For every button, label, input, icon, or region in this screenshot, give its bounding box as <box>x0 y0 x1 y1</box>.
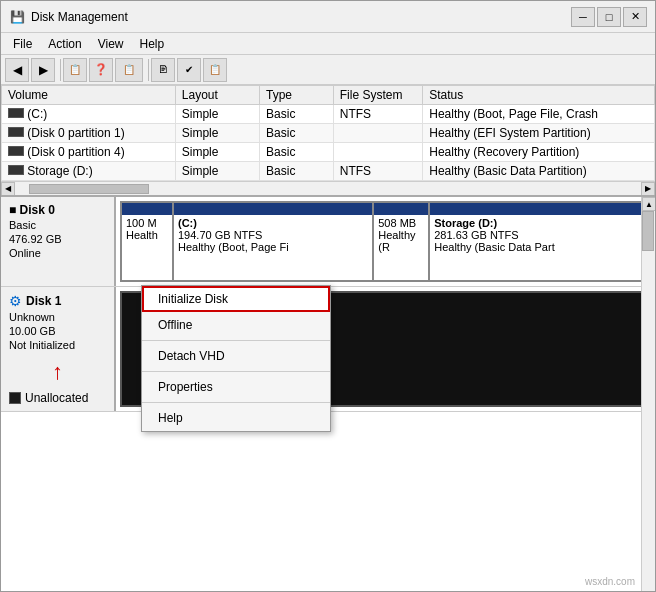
scroll-left-arrow[interactable]: ◀ <box>1 182 15 196</box>
disk-0-partition-c[interactable]: (C:) 194.70 GB NTFS Healthy (Boot, Page … <box>174 203 374 280</box>
table-row[interactable]: (Disk 0 partition 1) Simple Basic Health… <box>2 124 655 143</box>
menu-action[interactable]: Action <box>40 35 89 53</box>
toolbar-separator-1 <box>57 59 61 81</box>
table-row[interactable]: (C:) Simple Basic NTFS Healthy (Boot, Pa… <box>2 105 655 124</box>
help-button[interactable]: ❓ <box>89 58 113 82</box>
menu-help[interactable]: Help <box>132 35 173 53</box>
disk-0-partition-3[interactable]: 508 MB Healthy (R <box>374 203 430 280</box>
extra-button[interactable]: 📋 <box>203 58 227 82</box>
scroll-track[interactable] <box>29 184 627 194</box>
toolbar: ◀ ▶ 📋 ❓ 📋 🖹 ✔ 📋 <box>1 55 655 85</box>
partition-c-label: (C:) <box>178 217 368 229</box>
watermark: wsxdn.com <box>585 576 635 587</box>
drive-icon <box>8 146 24 156</box>
window-title: Disk Management <box>31 10 571 24</box>
cell-layout: Simple <box>175 105 259 124</box>
partition-d-label: Storage (D:) <box>434 217 645 229</box>
cell-layout: Simple <box>175 143 259 162</box>
close-button[interactable]: ✕ <box>623 7 647 27</box>
ctx-initialize-disk[interactable]: Initialize Disk <box>142 286 330 312</box>
disk-1-name: Disk 1 <box>26 294 61 308</box>
cell-volume: (Disk 0 partition 4) <box>2 143 176 162</box>
volume-table: Volume Layout Type File System Status (C… <box>1 85 655 181</box>
ctx-separator <box>142 340 330 341</box>
drive-icon <box>8 165 24 175</box>
cell-fs <box>333 124 423 143</box>
ctx-help[interactable]: Help <box>142 405 330 431</box>
partition-d-status: Healthy (Basic Data Part <box>434 241 645 253</box>
cell-status: Healthy (Recovery Partition) <box>423 143 655 162</box>
partition-c-size: 194.70 GB NTFS <box>178 229 368 241</box>
maximize-button[interactable]: □ <box>597 7 621 27</box>
col-header-fs: File System <box>333 86 423 105</box>
disk-1-type: Unknown <box>9 311 106 323</box>
vscroll-thumb[interactable] <box>642 211 654 251</box>
menu-file[interactable]: File <box>5 35 40 53</box>
ctx-properties[interactable]: Properties <box>142 374 330 400</box>
unalloc-label: Unallocated <box>25 391 88 405</box>
check-button[interactable]: ✔ <box>177 58 201 82</box>
cell-layout: Simple <box>175 162 259 181</box>
cell-volume: (Disk 0 partition 1) <box>2 124 176 143</box>
partition-3-size: 508 MB <box>378 217 424 229</box>
ctx-offline[interactable]: Offline <box>142 312 330 338</box>
cell-status: Healthy (Basic Data Partition) <box>423 162 655 181</box>
cell-status: Healthy (Boot, Page File, Crash <box>423 105 655 124</box>
disk-0-partition-1[interactable]: 100 M Health <box>122 203 174 280</box>
cell-type: Basic <box>260 105 334 124</box>
vscroll-up-arrow[interactable]: ▲ <box>642 197 655 211</box>
cell-fs: NTFS <box>333 105 423 124</box>
unallocated-legend: Unallocated <box>9 391 106 405</box>
col-header-type: Type <box>260 86 334 105</box>
disk-graphical-area: ■ Disk 0 Basic 476.92 GB Online 100 M He… <box>1 197 655 591</box>
cell-volume: (C:) <box>2 105 176 124</box>
col-header-volume: Volume <box>2 86 176 105</box>
toolbar-separator-2 <box>145 59 149 81</box>
properties-button[interactable]: 📋 <box>63 58 87 82</box>
horizontal-scrollbar[interactable]: ◀ ▶ <box>1 181 655 195</box>
disk-0-status: Online <box>9 247 106 259</box>
partition-c-header <box>174 203 372 215</box>
disk-0-partition-d[interactable]: Storage (D:) 281.63 GB NTFS Healthy (Bas… <box>430 203 649 280</box>
cell-volume: Storage (D:) <box>2 162 176 181</box>
disk-management-window: 💾 Disk Management ─ □ ✕ File Action View… <box>0 0 656 592</box>
cell-type: Basic <box>260 143 334 162</box>
disk-1-size: 10.00 GB <box>9 325 106 337</box>
col-header-layout: Layout <box>175 86 259 105</box>
back-button[interactable]: ◀ <box>5 58 29 82</box>
disk-1-status: Not Initialized <box>9 339 106 351</box>
col-header-status: Status <box>423 86 655 105</box>
cell-fs <box>333 143 423 162</box>
cell-status: Healthy (EFI System Partition) <box>423 124 655 143</box>
cell-type: Basic <box>260 124 334 143</box>
vertical-scrollbar[interactable]: ▲ <box>641 197 655 591</box>
disk-0-partitions: 100 M Health (C:) 194.70 GB NTFS Healthy… <box>120 201 651 282</box>
menu-view[interactable]: View <box>90 35 132 53</box>
disk-0-row: ■ Disk 0 Basic 476.92 GB Online 100 M He… <box>1 197 655 287</box>
partition-1-header <box>122 203 172 215</box>
disk-0-info: ■ Disk 0 Basic 476.92 GB Online <box>1 197 116 286</box>
window-controls: ─ □ ✕ <box>571 7 647 27</box>
ctx-detach-vhd[interactable]: Detach VHD <box>142 343 330 369</box>
scroll-right-arrow[interactable]: ▶ <box>641 182 655 196</box>
rescan-button[interactable]: 🖹 <box>151 58 175 82</box>
forward-button[interactable]: ▶ <box>31 58 55 82</box>
partition-3-header <box>374 203 428 215</box>
cell-type: Basic <box>260 162 334 181</box>
drive-icon <box>8 127 24 137</box>
unalloc-color-swatch <box>9 392 21 404</box>
scroll-thumb[interactable] <box>29 184 149 194</box>
table-row[interactable]: Storage (D:) Simple Basic NTFS Healthy (… <box>2 162 655 181</box>
minimize-button[interactable]: ─ <box>571 7 595 27</box>
drive-icon <box>8 108 24 118</box>
table-row[interactable]: (Disk 0 partition 4) Simple Basic Health… <box>2 143 655 162</box>
cell-fs: NTFS <box>333 162 423 181</box>
disk-1-special-icon: ⚙ <box>9 293 22 309</box>
partition-1-status: Health <box>126 229 168 241</box>
title-bar: 💾 Disk Management ─ □ ✕ <box>1 1 655 33</box>
partition-3-status: Healthy (R <box>378 229 424 253</box>
partition-1-size: 100 M <box>126 217 168 229</box>
cell-layout: Simple <box>175 124 259 143</box>
disk-button[interactable]: 📋 <box>115 58 143 82</box>
menu-bar: File Action View Help <box>1 33 655 55</box>
